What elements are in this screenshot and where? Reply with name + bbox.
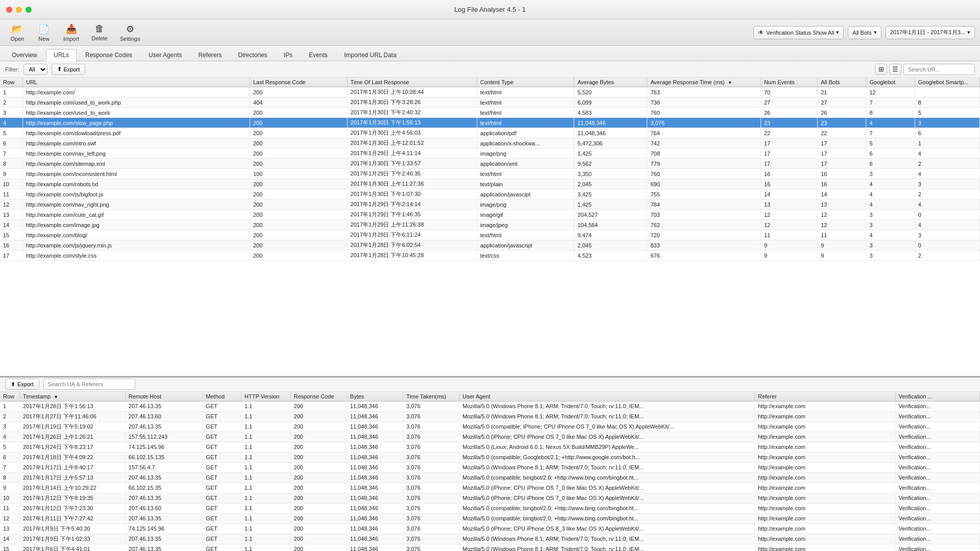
table-row[interactable]: 102017年1月12日 下午8:19:35207.46.13.35GET1.1… bbox=[0, 493, 980, 503]
table-row[interactable]: 12http://example.com/nav_right.png200201… bbox=[0, 199, 980, 210]
tab-response-codes[interactable]: Response Codes bbox=[78, 49, 140, 61]
table-row[interactable]: 13http://example.com/cute_cat.gif2002017… bbox=[0, 210, 980, 220]
table-row[interactable]: 82017年1月17日 上午5:57:13207.46.13.35GET1.12… bbox=[0, 472, 980, 483]
verification-dropdown[interactable]: 👁 Verification Status Show All ▾ bbox=[753, 26, 844, 39]
table-row[interactable]: 92017年1月14日 上午10:29:2266.102.15.35GET1.1… bbox=[0, 483, 980, 493]
minimize-button[interactable] bbox=[16, 7, 22, 13]
table-row[interactable]: 10http://example.com/robots.txt2002017年1… bbox=[0, 179, 980, 189]
data-cell: 703 bbox=[647, 210, 761, 220]
table-row[interactable]: 17http://example.com/style.css2002017年1月… bbox=[0, 251, 980, 261]
table-row[interactable]: 15http://example.com/blog/2002017年1月29日 … bbox=[0, 230, 980, 240]
col-http-version[interactable]: HTTP Version bbox=[241, 392, 290, 402]
table-row[interactable]: 2http://example.com/used_to_work.php4042… bbox=[0, 97, 980, 108]
col-googlebot-smart[interactable]: Googlebot Smartp... bbox=[915, 78, 979, 87]
col-all-bots[interactable]: All Bots bbox=[818, 78, 866, 87]
col-googlebot[interactable]: Googlebot bbox=[866, 78, 915, 87]
tab-ips[interactable]: IPs bbox=[276, 49, 300, 61]
tab-overview[interactable]: Overview bbox=[4, 49, 45, 61]
table-row[interactable]: 22017年1月27日 下午11:46:06207.46.13.60GET1.1… bbox=[0, 411, 980, 421]
table-row[interactable]: 4http://example.com/slow_page.php2002017… bbox=[0, 118, 980, 128]
col-user-agent[interactable]: User Agent bbox=[459, 392, 755, 402]
delete-button[interactable]: 🗑 Delete bbox=[86, 21, 113, 43]
row-number: 8 bbox=[0, 472, 20, 483]
table-row[interactable]: 16http://example.com/js/jquery.min.js200… bbox=[0, 240, 980, 251]
table-row[interactable]: 72017年1月17日 上午8:40:17157.56.4.7GET1.1200… bbox=[0, 462, 980, 472]
data-cell: 200 bbox=[250, 118, 347, 128]
search-input[interactable] bbox=[903, 64, 975, 75]
grid-view-button[interactable]: ⊞ bbox=[875, 64, 887, 75]
top-export-button[interactable]: ⬆ Export bbox=[52, 64, 86, 75]
search-ua-referers-input[interactable] bbox=[43, 379, 135, 390]
col-method[interactable]: Method bbox=[203, 392, 241, 402]
url-cell: http://example.com/dowload/press.pdf bbox=[22, 128, 250, 138]
col-avg-bytes[interactable]: Average Bytes bbox=[574, 78, 647, 87]
bottom-export-button[interactable]: ⬆ Export bbox=[5, 379, 39, 390]
import-button[interactable]: 📥 Import bbox=[58, 21, 84, 44]
col-referer[interactable]: Referer bbox=[755, 392, 896, 402]
table-row[interactable]: 3http://example.com/used_to_work2002017年… bbox=[0, 108, 980, 118]
table-row[interactable]: 62017年1月18日 下午4:09:2266.102.15.135GET1.1… bbox=[0, 452, 980, 462]
eye-icon: 👁 bbox=[758, 29, 764, 36]
table-row[interactable]: 132017年1月9日 下午5:40:3074.125.145.96GET1.1… bbox=[0, 523, 980, 534]
table-row[interactable]: 14http://example.com/image.jpg2002017年1月… bbox=[0, 220, 980, 230]
tab-directories[interactable]: Directories bbox=[230, 49, 275, 61]
filter-bar: Filter: All ⬆ Export ⊞ ☰ bbox=[0, 61, 980, 78]
table-row[interactable]: 32017年1月19日 下午5:19:02207.46.13.35GET1.12… bbox=[0, 421, 980, 432]
tab-user-agents[interactable]: User Agents bbox=[141, 49, 189, 61]
date-range-dropdown[interactable]: 2017年1月1日 - 2017年1月3... ▾ bbox=[886, 26, 975, 39]
table-row[interactable]: 6http://example.com/intro.swf2002017年1月3… bbox=[0, 138, 980, 148]
table-row[interactable]: 112017年1月12日 下午7:23:30207.46.13.60GET1.1… bbox=[0, 503, 980, 513]
col-time-taken[interactable]: Time Taken(ms) bbox=[403, 392, 459, 402]
table-row[interactable]: 9http://example.com/inconsistent.html100… bbox=[0, 169, 980, 179]
data-cell: http://example.com bbox=[755, 421, 896, 432]
row-number: 1 bbox=[0, 401, 20, 411]
data-cell: 779 bbox=[647, 159, 761, 169]
data-cell: 16 bbox=[818, 169, 866, 179]
data-cell: 1.1 bbox=[241, 401, 290, 411]
top-table-section: Row URL Last Response Code Time Of Last … bbox=[0, 78, 980, 378]
data-cell: Mozilla/5.0 (Windows Phone 8.1; ARM; Tri… bbox=[459, 462, 755, 472]
table-row[interactable]: 42017年1月26日 上午1:26:21157.55.112.243GET1.… bbox=[0, 432, 980, 442]
col-timestamp[interactable]: Timestamp ▼ bbox=[20, 392, 126, 402]
settings-button[interactable]: ⚙ Settings bbox=[115, 21, 145, 44]
table-row[interactable]: 7http://example.com/nav_left.png2002017年… bbox=[0, 148, 980, 159]
col-last-response-code[interactable]: Last Response Code bbox=[250, 78, 347, 87]
top-table-scroll[interactable]: Row URL Last Response Code Time Of Last … bbox=[0, 78, 980, 376]
data-cell: 200 bbox=[250, 148, 347, 159]
col-bytes[interactable]: Bytes bbox=[347, 392, 403, 402]
col-response-code[interactable]: Response Code bbox=[290, 392, 347, 402]
data-cell: 3 bbox=[915, 118, 979, 128]
data-cell: 690 bbox=[647, 179, 761, 189]
maximize-button[interactable] bbox=[26, 7, 32, 13]
data-cell: 3,076 bbox=[647, 118, 761, 128]
table-row[interactable]: 52017年1月24日 下午8:23:1774.125.145.96GET1.1… bbox=[0, 442, 980, 452]
list-view-button[interactable]: ☰ bbox=[889, 64, 901, 75]
col-url[interactable]: URL bbox=[22, 78, 250, 87]
tab-imported-url-data[interactable]: Imported URL Data bbox=[336, 49, 404, 61]
col-avg-response-time[interactable]: Average Response Time (ms) ▼ bbox=[647, 78, 761, 87]
table-row[interactable]: 11http://example.com/js/bigfoot.js200201… bbox=[0, 189, 980, 199]
table-row[interactable]: 8http://example.com/sitemap.xml2002017年1… bbox=[0, 159, 980, 169]
new-button[interactable]: 📄 New bbox=[32, 21, 56, 44]
table-row[interactable]: 1http://example.com/2002017年1月30日 上午10:2… bbox=[0, 87, 980, 97]
data-cell: 1,425 bbox=[574, 199, 647, 210]
col-remote-host[interactable]: Remote Host bbox=[125, 392, 203, 402]
col-content-type[interactable]: Content Type bbox=[477, 78, 574, 87]
close-button[interactable] bbox=[6, 7, 12, 13]
col-verification[interactable]: Verification ... bbox=[895, 392, 979, 402]
table-row[interactable]: 5http://example.com/dowload/press.pdf200… bbox=[0, 128, 980, 138]
col-time-last-response[interactable]: Time Of Last Response bbox=[347, 78, 477, 87]
tab-urls[interactable]: URLs bbox=[46, 49, 77, 61]
table-row[interactable]: 12017年1月28日 下午1:56:13207.46.13.35GET1.12… bbox=[0, 401, 980, 411]
open-button[interactable]: 📂 Open bbox=[5, 21, 30, 44]
data-cell: 1 bbox=[915, 138, 979, 148]
bottom-table-scroll[interactable]: Row Timestamp ▼ Remote Host Method HTTP … bbox=[0, 392, 980, 551]
bots-dropdown[interactable]: All Bots ▾ bbox=[848, 26, 881, 39]
table-row[interactable]: 142017年1月9日 下午1:02:33207.46.13.35GET1.12… bbox=[0, 534, 980, 544]
table-row[interactable]: 122017年1月11日 下午7:27:42207.46.13.35GET1.1… bbox=[0, 513, 980, 523]
filter-select[interactable]: All bbox=[23, 64, 47, 75]
col-num-events[interactable]: Num Events bbox=[761, 78, 817, 87]
table-row[interactable]: 152017年1月6日 下午4:41:01207.46.13.35GET1.12… bbox=[0, 544, 980, 551]
tab-events[interactable]: Events bbox=[301, 49, 335, 61]
tab-referers[interactable]: Referers bbox=[190, 49, 229, 61]
